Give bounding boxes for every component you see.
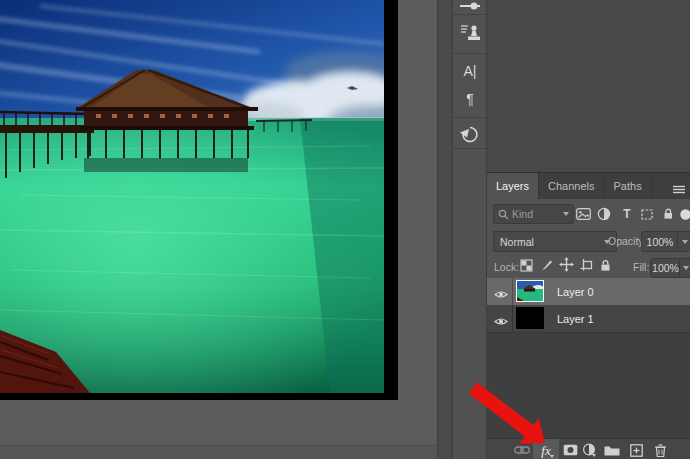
fill-dropdown-button[interactable]	[679, 258, 690, 278]
smart-objects-filter-icon[interactable]	[660, 207, 676, 221]
layer-filter-search[interactable]: Kind	[493, 204, 574, 224]
opacity-dropdown-button[interactable]	[677, 231, 690, 252]
lock-transparent-pixels-icon[interactable]	[519, 258, 534, 272]
layer-row-1[interactable]: Layer 1	[487, 305, 690, 333]
delete-layer-icon[interactable]	[652, 439, 668, 459]
layer-name[interactable]: Layer 1	[557, 305, 594, 332]
lock-image-pixels-icon[interactable]	[539, 258, 554, 272]
add-layer-mask-icon[interactable]	[562, 439, 578, 459]
paragraph-glyph: ¶	[466, 91, 474, 107]
visibility-eye-icon[interactable]	[494, 313, 508, 331]
filter-kind-value: Kind	[512, 208, 560, 220]
shape-layers-filter-icon[interactable]	[639, 207, 655, 221]
visibility-eye-icon[interactable]	[494, 286, 508, 304]
adjustment-caret-icon	[592, 454, 596, 457]
layer-style-fx-button[interactable]: fx	[533, 439, 559, 459]
photo-image	[0, 0, 384, 393]
clone-source-icon[interactable]	[453, 18, 487, 48]
chevron-down-icon	[682, 240, 688, 244]
layer-list: Layer 0 Layer 1	[487, 278, 690, 438]
type-layers-filter-icon[interactable]: T	[619, 207, 635, 221]
canvas-pasteboard	[0, 0, 437, 459]
tab-paths[interactable]: Paths	[605, 173, 652, 199]
layers-bottom-bar: fx	[487, 438, 690, 459]
fill-value-field[interactable]: 100%	[650, 258, 681, 278]
window-bottom-strip	[0, 445, 437, 459]
panel-dock-background	[486, 0, 690, 172]
character-panel-icon[interactable]: A|	[453, 60, 487, 82]
pixel-layers-filter-icon[interactable]	[575, 207, 591, 221]
filter-toggle-icon[interactable]	[677, 207, 690, 221]
panel-tab-bar: Layers Channels Paths	[487, 173, 690, 199]
document-canvas[interactable]	[0, 0, 398, 400]
search-icon	[498, 209, 509, 220]
link-layers-icon[interactable]	[513, 439, 531, 459]
chevron-down-icon	[683, 266, 689, 270]
fx-caret-icon	[550, 455, 554, 458]
fill-label: Fill:	[633, 261, 649, 273]
lock-label: Lock:	[494, 261, 519, 273]
layer-row-0[interactable]: Layer 0	[487, 278, 690, 306]
dock-divider-strip	[437, 0, 453, 459]
lock-position-icon[interactable]	[559, 257, 574, 271]
layer-thumbnail[interactable]	[516, 280, 544, 302]
chevron-down-icon	[563, 212, 569, 216]
blend-mode-dropdown[interactable]: Normal	[493, 231, 617, 252]
new-group-icon[interactable]	[603, 439, 621, 459]
blend-mode-value: Normal	[500, 236, 534, 248]
opacity-value-field[interactable]: 100%	[641, 231, 679, 252]
layers-panel: Layers Channels Paths Kind T Normal Opac…	[486, 172, 690, 459]
adjustments-slider-icon[interactable]	[453, 0, 487, 13]
history-panel-icon[interactable]	[453, 122, 487, 146]
tab-layers[interactable]: Layers	[487, 173, 539, 199]
lock-artboard-icon[interactable]	[579, 258, 594, 272]
panel-menu-icon[interactable]	[672, 181, 686, 199]
character-glyph: A|	[464, 63, 477, 79]
new-layer-icon[interactable]	[628, 439, 644, 459]
adjustment-layers-filter-icon[interactable]	[596, 207, 612, 221]
layer-name[interactable]: Layer 0	[557, 278, 594, 305]
tab-channels[interactable]: Channels	[539, 173, 604, 199]
new-adjustment-layer-icon[interactable]	[581, 439, 597, 459]
layer-thumbnail[interactable]	[516, 307, 544, 329]
collapsed-panels-dock: A| ¶	[452, 0, 487, 459]
lock-all-icon[interactable]	[598, 258, 613, 272]
paragraph-panel-icon[interactable]: ¶	[453, 88, 487, 110]
